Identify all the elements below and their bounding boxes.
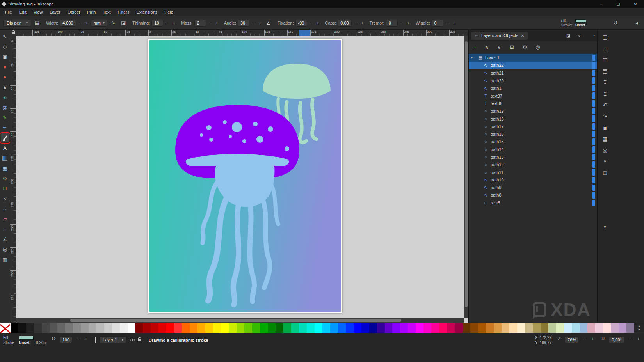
current-layer-select[interactable]: Layer 1 ▾	[99, 336, 127, 343]
palette-swatch-13[interactable]	[112, 323, 120, 333]
palette-swatch-8[interactable]	[73, 323, 81, 333]
palette-swatch-34[interactable]	[276, 323, 283, 333]
highlight-color-chip[interactable]	[592, 185, 595, 191]
settings-icon[interactable]: ⚙	[523, 44, 527, 50]
undo-icon[interactable]: ↶	[601, 101, 609, 109]
palette-swatch-70[interactable]	[556, 323, 564, 333]
highlight-color-chip[interactable]	[592, 123, 595, 130]
tremor-input[interactable]: 0	[386, 20, 398, 27]
palette-swatch-12[interactable]	[104, 323, 112, 333]
palette-swatch-29[interactable]	[237, 323, 244, 333]
palette-swatch-16[interactable]	[135, 323, 143, 333]
rotation-decrease[interactable]: −	[628, 336, 633, 342]
preset-edit-icon[interactable]: ▤	[33, 20, 41, 26]
layer-visibility-icon[interactable]	[130, 339, 135, 341]
palette-swatch-57[interactable]	[455, 323, 463, 333]
palette-swatch-3[interactable]	[34, 323, 42, 333]
wiggle-decrease[interactable]: −	[445, 20, 450, 26]
horizontal-scrollbar[interactable]	[16, 318, 464, 323]
object-row-path19[interactable]: ○path19	[469, 107, 597, 115]
palette-swatch-18[interactable]	[151, 323, 158, 333]
export-icon[interactable]: ↥	[601, 89, 609, 98]
menu-object[interactable]: Object	[64, 9, 84, 16]
palette-swatch-1[interactable]	[18, 323, 26, 333]
tool-connector[interactable]: ⌐	[1, 225, 9, 234]
palette-swatch-30[interactable]	[244, 323, 252, 333]
highlight-color-chip[interactable]	[592, 55, 595, 61]
rotation-input[interactable]: 0,00°	[609, 336, 624, 343]
highlight-color-chip[interactable]	[592, 192, 595, 199]
palette-swatch-38[interactable]	[307, 323, 315, 333]
highlight-color-chip[interactable]	[592, 108, 595, 115]
tool-measure[interactable]: ∠	[1, 235, 9, 244]
move-up-icon[interactable]: ∧	[485, 44, 489, 50]
palette-swatch-0[interactable]	[11, 323, 18, 333]
palette-swatch-43[interactable]	[346, 323, 354, 333]
thinning-decrease[interactable]: −	[165, 20, 170, 26]
palette-swatch-23[interactable]	[190, 323, 197, 333]
fixation-decrease[interactable]: −	[309, 20, 314, 26]
import-icon[interactable]: ↧	[601, 78, 609, 86]
highlight-color-chip[interactable]	[592, 146, 595, 153]
zoom-drawing-icon[interactable]: ⌖	[601, 157, 609, 165]
tool-star[interactable]: ★	[1, 83, 9, 92]
page[interactable]	[148, 39, 342, 313]
tool-text[interactable]: A	[1, 144, 9, 153]
width-increase[interactable]: +	[84, 20, 89, 26]
object-row-path1[interactable]: ∿path1	[469, 84, 597, 92]
scroll-down-icon[interactable]: ▼	[638, 328, 641, 332]
fill-stroke-dialog-icon[interactable]: ◪	[566, 33, 570, 38]
zoom-increase[interactable]: +	[590, 336, 595, 342]
palette-swatch-14[interactable]	[120, 323, 128, 333]
palette-swatch-50[interactable]	[400, 323, 408, 333]
highlight-color-chip[interactable]	[592, 115, 595, 122]
toolbar-collapse-icon[interactable]: ◂	[632, 20, 641, 26]
tool-dropper[interactable]: ⊙	[1, 174, 9, 183]
unit-dropdown[interactable]: mm ▾	[91, 20, 107, 27]
palette-swatch-40[interactable]	[322, 323, 330, 333]
tool-pen[interactable]: ✒	[1, 123, 9, 132]
object-row-text37[interactable]: Ttext37	[469, 92, 597, 100]
object-row-path16[interactable]: ○path16	[469, 130, 597, 138]
caps-input[interactable]: 0,00	[338, 20, 351, 27]
width-decrease[interactable]: −	[78, 20, 83, 26]
scroll-up-icon[interactable]: ▲	[638, 324, 641, 328]
highlight-color-chip[interactable]	[592, 70, 595, 76]
tool-spray[interactable]: ∴	[1, 204, 9, 213]
horizontal-ruler[interactable]: -125-100-75-50-2502550751001251501752002…	[16, 30, 468, 36]
wiggle-input[interactable]: 0	[432, 20, 443, 27]
width-input[interactable]: 4,000	[60, 20, 76, 27]
object-row-path17[interactable]: ○path17	[469, 122, 597, 130]
palette-swatch-69[interactable]	[548, 323, 556, 333]
tab-layers-and-objects[interactable]: ☰ Layers and Objects ✕	[471, 32, 528, 40]
mass-input[interactable]: 2	[194, 20, 206, 27]
menu-extensions[interactable]: Extensions	[133, 9, 161, 16]
palette-swatch-36[interactable]	[291, 323, 299, 333]
palette-swatch-72[interactable]	[572, 323, 580, 333]
layer-row-layer-1[interactable]: ▾▤Layer 1	[469, 54, 597, 62]
palette-swatch-6[interactable]	[57, 323, 65, 333]
reset-defaults-icon[interactable]: ↺	[611, 20, 620, 26]
window-maximize-button[interactable]: ▢	[610, 0, 627, 8]
palette-swatch-7[interactable]	[65, 323, 73, 333]
palette-swatch-19[interactable]	[158, 323, 166, 333]
palette-swatch-62[interactable]	[494, 323, 502, 333]
highlight-color-chip[interactable]	[592, 169, 595, 176]
ruler-lock-toggle[interactable]	[10, 30, 16, 36]
menu-path[interactable]: Path	[84, 9, 100, 16]
highlight-color-chip[interactable]	[592, 161, 595, 168]
opacity-input[interactable]: 100	[60, 336, 72, 343]
tremor-decrease[interactable]: −	[399, 20, 404, 26]
palette-swatch-52[interactable]	[416, 323, 423, 333]
opacity-decrease[interactable]: −	[75, 336, 80, 342]
thinning-input[interactable]: 10	[151, 20, 163, 27]
tremor-increase[interactable]: +	[406, 20, 411, 26]
expander-icon[interactable]: ▾	[471, 56, 475, 59]
palette-swatch-9[interactable]	[81, 323, 89, 333]
object-row-path10[interactable]: ∿path10	[469, 176, 597, 184]
fixation-increase[interactable]: +	[315, 20, 320, 26]
document-open-icon[interactable]: ◳	[601, 44, 609, 52]
tool-selector[interactable]: ↖	[1, 32, 9, 41]
palette-swatch-77[interactable]	[611, 323, 619, 333]
opacity-increase[interactable]: +	[84, 336, 89, 342]
